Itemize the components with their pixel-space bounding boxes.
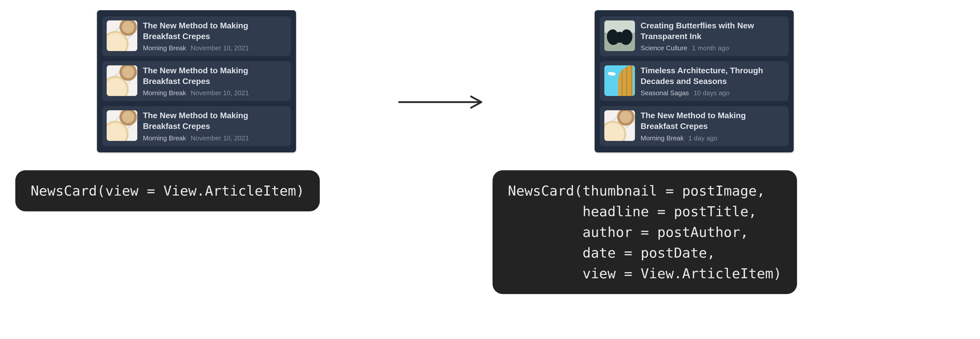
news-card: The New Method to Making Breakfast Crepe… (600, 106, 789, 146)
right-code-block: NewsCard(thumbnail = postImage, headline… (493, 170, 797, 294)
news-meta: Morning Break 1 day ago (641, 134, 784, 142)
left-news-panel: The New Method to Making Breakfast Crepe… (97, 10, 296, 153)
news-date: 1 day ago (688, 134, 718, 142)
news-meta: Morning Break November 10, 2021 (143, 89, 286, 97)
news-date: 10 days ago (694, 89, 730, 97)
transform-arrow (390, 84, 493, 120)
news-headline: The New Method to Making Breakfast Crepe… (143, 65, 286, 86)
news-card-body: Timeless Architecture, Through Decades a… (641, 65, 784, 97)
news-card: The New Method to Making Breakfast Crepe… (102, 16, 291, 56)
news-author: Morning Break (143, 89, 186, 97)
news-card: Creating Butterflies with New Transparen… (600, 16, 789, 56)
news-headline: The New Method to Making Breakfast Crepe… (143, 110, 286, 132)
news-author: Morning Break (143, 44, 186, 52)
news-date: November 10, 2021 (191, 134, 249, 142)
news-author: Seasonal Sagas (641, 89, 689, 97)
news-card-body: The New Method to Making Breakfast Crepe… (143, 65, 286, 97)
news-meta: Morning Break November 10, 2021 (143, 134, 286, 142)
left-code-block: NewsCard(view = View.ArticleItem) (15, 170, 320, 212)
news-thumbnail (107, 21, 137, 51)
news-thumbnail (107, 110, 137, 141)
news-card-body: The New Method to Making Breakfast Crepe… (143, 21, 286, 52)
news-author: Science Culture (641, 44, 687, 52)
news-headline: Creating Butterflies with New Transparen… (641, 21, 784, 41)
news-date: 1 month ago (692, 44, 729, 52)
news-meta: Seasonal Sagas 10 days ago (641, 89, 784, 97)
news-headline: Timeless Architecture, Through Decades a… (641, 65, 784, 86)
news-thumbnail (605, 65, 635, 96)
news-thumbnail (107, 65, 137, 96)
left-column: The New Method to Making Breakfast Crepe… (15, 10, 385, 212)
news-author: Morning Break (143, 134, 186, 142)
news-headline: The New Method to Making Breakfast Crepe… (641, 110, 784, 132)
news-thumbnail (605, 110, 635, 141)
news-author: Morning Break (641, 134, 684, 142)
news-date: November 10, 2021 (191, 44, 249, 52)
right-news-panel: Creating Butterflies with New Transparen… (595, 10, 794, 153)
right-column: Creating Butterflies with New Transparen… (493, 10, 965, 294)
news-card: The New Method to Making Breakfast Crepe… (102, 106, 291, 146)
news-date: November 10, 2021 (191, 89, 249, 97)
news-meta: Science Culture 1 month ago (641, 44, 784, 52)
arrow-right-icon (398, 94, 485, 110)
news-card-body: The New Method to Making Breakfast Crepe… (143, 110, 286, 142)
news-card: Timeless Architecture, Through Decades a… (600, 61, 789, 101)
news-card-body: The New Method to Making Breakfast Crepe… (641, 110, 784, 142)
news-card: The New Method to Making Breakfast Crepe… (102, 61, 291, 101)
news-headline: The New Method to Making Breakfast Crepe… (143, 21, 286, 41)
news-card-body: Creating Butterflies with New Transparen… (641, 21, 784, 52)
news-thumbnail (605, 21, 635, 51)
news-meta: Morning Break November 10, 2021 (143, 44, 286, 52)
